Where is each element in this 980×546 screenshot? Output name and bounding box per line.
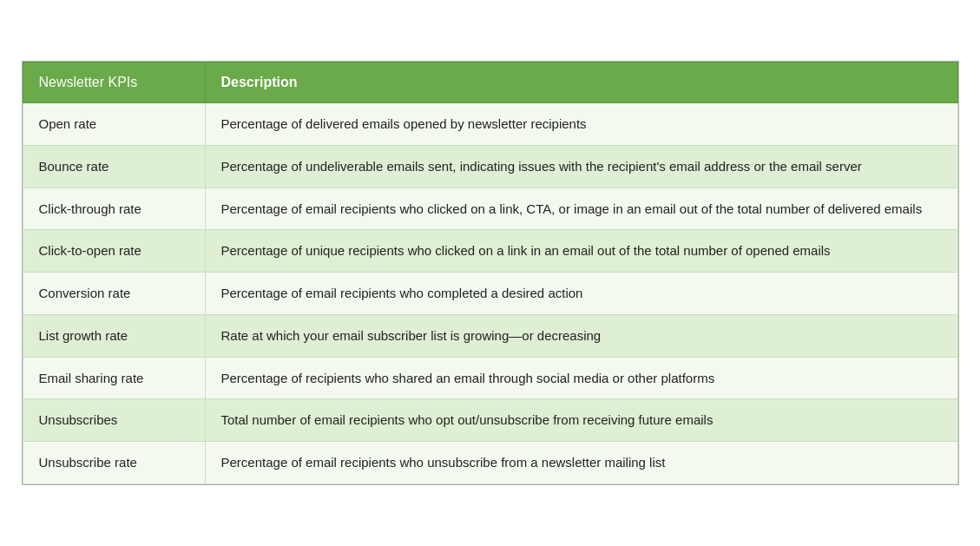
table-row: Unsubscribe ratePercentage of email reci… bbox=[23, 442, 957, 484]
table-row: Open ratePercentage of delivered emails … bbox=[23, 103, 957, 146]
newsletter-kpi-table: Newsletter KPIs Description Open ratePer… bbox=[23, 62, 958, 484]
description-cell: Percentage of recipients who shared an e… bbox=[205, 357, 957, 399]
kpi-cell: Click-through rate bbox=[23, 187, 205, 230]
kpi-cell: List growth rate bbox=[23, 314, 205, 357]
header-kpi: Newsletter KPIs bbox=[23, 62, 205, 103]
description-cell: Percentage of delivered emails opened by… bbox=[205, 103, 957, 146]
description-cell: Percentage of unique recipients who clic… bbox=[205, 230, 957, 273]
kpi-cell: Bounce rate bbox=[23, 145, 205, 187]
table-row: Email sharing ratePercentage of recipien… bbox=[23, 357, 957, 399]
description-cell: Percentage of email recipients who unsub… bbox=[205, 442, 957, 484]
description-cell: Percentage of undeliverable emails sent,… bbox=[205, 145, 957, 187]
kpi-table-wrapper: Newsletter KPIs Description Open ratePer… bbox=[22, 61, 959, 485]
table-header-row: Newsletter KPIs Description bbox=[23, 62, 957, 103]
kpi-cell: Email sharing rate bbox=[23, 357, 205, 399]
kpi-cell: Click-to-open rate bbox=[23, 230, 205, 273]
kpi-cell: Unsubscribe rate bbox=[23, 442, 205, 484]
table-row: Click-to-open ratePercentage of unique r… bbox=[23, 230, 957, 273]
table-row: Click-through ratePercentage of email re… bbox=[23, 187, 957, 230]
description-cell: Rate at which your email subscriber list… bbox=[205, 314, 957, 357]
description-cell: Percentage of email recipients who compl… bbox=[205, 273, 957, 315]
kpi-cell: Unsubscribes bbox=[23, 399, 205, 442]
table-row: List growth rateRate at which your email… bbox=[23, 314, 957, 357]
kpi-cell: Conversion rate bbox=[23, 273, 205, 315]
table-row: Bounce ratePercentage of undeliverable e… bbox=[23, 145, 957, 187]
description-cell: Percentage of email recipients who click… bbox=[205, 187, 957, 230]
kpi-cell: Open rate bbox=[23, 103, 205, 146]
table-row: UnsubscribesTotal number of email recipi… bbox=[23, 399, 957, 442]
description-cell: Total number of email recipients who opt… bbox=[205, 399, 957, 442]
header-description: Description bbox=[205, 62, 957, 103]
table-row: Conversion ratePercentage of email recip… bbox=[23, 273, 957, 315]
